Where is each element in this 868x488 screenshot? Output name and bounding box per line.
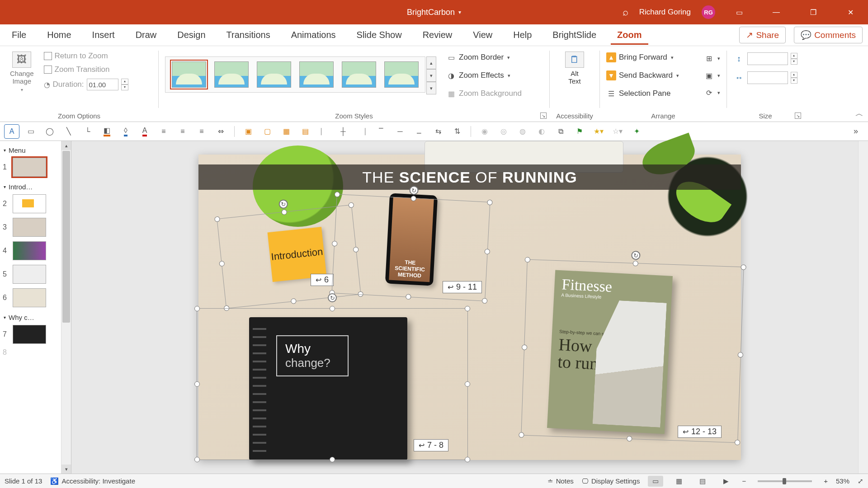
tab-transitions[interactable]: Transitions: [220, 25, 277, 45]
section-header[interactable]: ▾Menu: [3, 145, 58, 156]
slide-thumbnail[interactable]: 8: [3, 348, 58, 357]
selection-box[interactable]: [197, 308, 468, 460]
align-middle-icon[interactable]: ─: [393, 125, 407, 138]
tab-brightslide[interactable]: BrightSlide: [546, 25, 603, 45]
dialog-launcher-icon[interactable]: ↘: [795, 113, 801, 119]
bring-forward-button[interactable]: ▲Bring Forward▾: [606, 50, 720, 65]
normal-view-button[interactable]: ▭: [648, 476, 663, 487]
duration-spinner[interactable]: ▴▾: [121, 79, 128, 90]
rotate-handle-icon[interactable]: [328, 293, 337, 302]
send-backward-button[interactable]: ▼Send Backward▾: [606, 68, 720, 83]
zoom-link-tag[interactable]: ↩7 - 8: [414, 439, 448, 451]
ribbon-display-options-button[interactable]: ▭: [726, 0, 752, 24]
animation-painter-icon[interactable]: ⚑: [572, 125, 587, 138]
tab-zoom[interactable]: Zoom: [611, 25, 648, 45]
distribute-icon[interactable]: ⇔: [213, 125, 228, 138]
duration-input[interactable]: [87, 79, 118, 90]
align-center-icon[interactable]: ≡: [175, 125, 190, 138]
shape-outline-icon[interactable]: ◊: [118, 125, 133, 138]
intersect-icon[interactable]: ◐: [534, 125, 549, 138]
zoom-border-button[interactable]: ▭Zoom Border▾: [446, 50, 522, 65]
tab-design[interactable]: Design: [171, 25, 212, 45]
elbow-icon[interactable]: └: [80, 125, 95, 138]
comments-button[interactable]: 💬Comments: [794, 27, 863, 43]
tab-slide-show[interactable]: Slide Show: [350, 25, 408, 45]
slide-thumbnail[interactable]: 3: [3, 218, 58, 237]
zoom-style-item[interactable]: [342, 61, 376, 88]
slide-thumbnail[interactable]: 6: [3, 288, 58, 307]
selection-box[interactable]: [521, 259, 744, 443]
thumbnail-scrollbar[interactable]: ▴ ▾: [61, 141, 71, 474]
slide-thumbnail[interactable]: 1: [3, 158, 58, 177]
zoom-style-item[interactable]: [384, 61, 419, 88]
search-icon[interactable]: ⌕: [623, 6, 628, 18]
bring-front-icon[interactable]: ▣: [241, 125, 255, 138]
group-icon[interactable]: ▦: [279, 125, 293, 138]
slide-counter[interactable]: Slide 1 of 13: [5, 477, 42, 485]
align-right-icon[interactable]: ≡: [194, 125, 209, 138]
return-to-zoom-checkbox[interactable]: Return to Zoom: [44, 52, 128, 61]
height-input[interactable]: [747, 52, 788, 65]
gallery-scroll[interactable]: ▴▾▾: [426, 56, 436, 94]
align-bottom-icon[interactable]: ⎽: [412, 125, 426, 138]
align-center-objects-icon[interactable]: ┼: [336, 125, 350, 138]
tab-file[interactable]: File: [5, 25, 33, 45]
close-button[interactable]: ✕: [837, 0, 863, 24]
animation-add-icon[interactable]: ★▾: [591, 125, 606, 138]
zoom-link-tag[interactable]: ↩6: [311, 274, 334, 286]
width-input[interactable]: [747, 71, 788, 84]
oval-icon[interactable]: ◯: [42, 125, 57, 138]
slideshow-button[interactable]: ▶: [718, 476, 734, 487]
align-right-objects-icon[interactable]: ⎹: [355, 125, 369, 138]
zoom-slider[interactable]: [758, 480, 812, 482]
accessibility-status[interactable]: ♿Accessibility: Investigate: [50, 477, 135, 485]
textbox-icon[interactable]: A: [5, 125, 19, 138]
crop-icon[interactable]: ⧉: [553, 125, 568, 138]
duration-field[interactable]: ◔ Duration: ▴▾: [44, 79, 128, 90]
zoom-styles-gallery[interactable]: ▴▾▾: [165, 56, 436, 94]
section-header[interactable]: ▾Why c…: [3, 312, 58, 323]
zoom-link-tag[interactable]: ↩12 - 13: [678, 426, 722, 438]
rectangle-icon[interactable]: ▭: [24, 125, 38, 138]
collapse-ribbon-button[interactable]: ︿: [855, 108, 863, 119]
scroll-up-icon[interactable]: ▴: [61, 141, 71, 150]
align-left-objects-icon[interactable]: ⎸: [317, 125, 331, 138]
minimize-button[interactable]: —: [763, 0, 789, 24]
tab-draw[interactable]: Draw: [129, 25, 163, 45]
height-field[interactable]: ↕▴▾: [733, 52, 797, 65]
zoom-style-item[interactable]: [299, 61, 334, 88]
font-color-icon[interactable]: A: [137, 125, 152, 138]
edit-scrollbar[interactable]: [858, 141, 868, 474]
combine-icon[interactable]: ◎: [496, 125, 511, 138]
scroll-handle[interactable]: [62, 151, 70, 323]
slide-thumbnail[interactable]: 5: [3, 265, 58, 284]
zoom-in-button[interactable]: +: [824, 477, 828, 485]
tab-home[interactable]: Home: [41, 25, 77, 45]
width-field[interactable]: ↔▴▾: [733, 71, 797, 84]
notes-button[interactable]: ≐Notes: [547, 477, 574, 485]
share-button[interactable]: ↗Share: [739, 27, 786, 43]
user-avatar[interactable]: RG: [702, 5, 715, 19]
slide-thumbnail[interactable]: 7: [3, 325, 58, 344]
slide-thumbnail[interactable]: 2: [3, 194, 58, 213]
slide-thumbnail[interactable]: 4: [3, 241, 58, 260]
overflow-button[interactable]: »: [854, 127, 863, 136]
send-back-icon[interactable]: ▢: [260, 125, 274, 138]
merge-shapes-icon[interactable]: ◉: [477, 125, 492, 138]
tab-animations[interactable]: Animations: [285, 25, 342, 45]
maximize-button[interactable]: ❐: [800, 0, 826, 24]
fit-to-window-button[interactable]: ⤢: [858, 477, 863, 485]
reading-view-button[interactable]: ▤: [695, 476, 710, 487]
tab-help[interactable]: Help: [507, 25, 538, 45]
distribute-v-icon[interactable]: ⇅: [450, 125, 464, 138]
document-title[interactable]: BrightCarbon ▾: [407, 8, 461, 17]
line-icon[interactable]: ╲: [61, 125, 76, 138]
align-left-icon[interactable]: ≡: [156, 125, 171, 138]
tab-view[interactable]: View: [467, 25, 499, 45]
zoom-link-tag[interactable]: ↩9 - 11: [443, 281, 482, 293]
group-button[interactable]: ▣▾: [704, 68, 720, 83]
rotate-handle-icon[interactable]: [409, 186, 419, 195]
dialog-launcher-icon[interactable]: ↘: [540, 113, 547, 119]
spinner[interactable]: ▴▾: [791, 72, 797, 84]
ungroup-icon[interactable]: ▤: [298, 125, 312, 138]
